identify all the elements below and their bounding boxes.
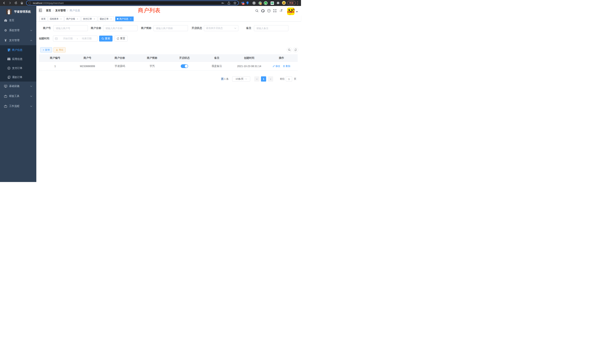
sidebar-item-infra[interactable]: 基础设施 xyxy=(0,81,36,91)
header-search-icon[interactable] xyxy=(255,9,259,13)
status-toggle[interactable] xyxy=(181,64,188,68)
url-bar[interactable]: i localhost:1024/pay/merchant xyxy=(26,0,239,5)
breadcrumb-separator: / xyxy=(53,9,54,12)
tag-home[interactable]: 首页 xyxy=(40,17,47,21)
breadcrumb-home[interactable]: 首页 xyxy=(46,9,51,12)
extension-proxy-icon[interactable]: 1 xyxy=(258,1,262,5)
dashboard-icon xyxy=(4,19,7,22)
app-logo[interactable]: 芋道管理系统 xyxy=(0,7,36,16)
password-key-icon[interactable] xyxy=(221,1,225,5)
tag-pay-order[interactable]: 支付订单× xyxy=(81,17,97,21)
sidebar-item-label: 支付订单 xyxy=(12,66,22,70)
grid-icon xyxy=(7,58,11,60)
extension-chat-icon[interactable] xyxy=(270,1,274,5)
yen-icon: ¥ xyxy=(4,39,7,42)
next-page-button[interactable]: › xyxy=(268,76,273,82)
col-header: 开启状态 xyxy=(168,54,201,62)
page-size-select[interactable]: 10条/页 xyxy=(232,76,250,82)
close-icon[interactable]: × xyxy=(76,18,79,20)
github-icon[interactable] xyxy=(261,9,265,13)
font-size-icon[interactable]: TT xyxy=(279,9,284,13)
sidebar-item-workflow[interactable]: 工作流程 xyxy=(0,101,36,111)
cell-status xyxy=(168,62,201,70)
breadcrumb-pay[interactable]: 支付管理 xyxy=(55,9,66,12)
refresh-icon xyxy=(117,37,119,40)
fullscreen-icon[interactable] xyxy=(273,9,277,13)
col-header: 创建时间 xyxy=(233,54,265,62)
reset-button[interactable]: 重置 xyxy=(115,36,128,42)
extension-raindrop-icon[interactable]: 10 xyxy=(241,1,245,5)
back-icon[interactable] xyxy=(2,1,6,5)
site-info-icon[interactable]: i xyxy=(28,2,31,4)
close-icon[interactable]: × xyxy=(110,18,112,20)
home-icon[interactable] xyxy=(20,1,24,5)
cell-create-time: 2021-10-23 08:31:14 xyxy=(233,62,265,70)
table-refresh-button[interactable] xyxy=(293,47,298,53)
status-select[interactable]: 请选择开启状态 xyxy=(204,25,238,31)
extension-pin-icon[interactable] xyxy=(246,1,249,5)
tag-user-group[interactable]: 用户分组× xyxy=(64,17,80,21)
extensions-puzzle-icon[interactable] xyxy=(276,1,280,5)
sidebar-item-label: 退款订单 xyxy=(12,76,22,79)
close-icon[interactable]: × xyxy=(129,18,132,20)
edit-link[interactable]: 修改 xyxy=(273,64,280,68)
extension-y-icon[interactable]: y xyxy=(264,1,268,5)
gear-icon: ⚙ xyxy=(4,29,7,32)
chevron-down-icon xyxy=(245,78,247,79)
help-icon[interactable]: ? xyxy=(267,9,271,13)
sidebar-item-dev-tools[interactable]: 研发工具 xyxy=(0,91,36,101)
table-header: 商户编号 商户号 商户全称 商户简称 开启状态 备注 创建时间 操作 xyxy=(39,54,298,62)
reload-icon[interactable] xyxy=(14,1,18,5)
shop-icon xyxy=(7,49,11,52)
share-icon[interactable] xyxy=(227,1,230,5)
merchant-no-input[interactable] xyxy=(53,25,88,31)
short-name-input[interactable] xyxy=(153,25,188,31)
sidebar-item-home[interactable]: 首页 xyxy=(0,15,36,25)
remark-input[interactable] xyxy=(254,25,288,31)
yen-circle-icon xyxy=(7,67,11,70)
add-button[interactable]: + 新增 xyxy=(40,47,52,53)
search-button[interactable]: 搜索 xyxy=(99,36,112,42)
close-icon[interactable]: × xyxy=(93,18,96,20)
briefcase-icon xyxy=(4,105,7,108)
table-search-toggle-button[interactable] xyxy=(287,47,292,53)
extension-badge: 1 xyxy=(260,3,261,5)
full-name-label: 商户全称 xyxy=(89,25,101,31)
user-avatar[interactable] xyxy=(287,8,294,15)
full-name-input[interactable] xyxy=(103,25,138,31)
goto-page-input[interactable] xyxy=(286,76,292,82)
date-start-placeholder[interactable]: 开始日期 xyxy=(59,37,76,40)
sidebar-item-pay-order[interactable]: 支付订单 xyxy=(0,64,36,73)
tag-process-form[interactable]: 流程表单× xyxy=(48,17,64,21)
tag-refund-order[interactable]: 退款订单× xyxy=(98,17,114,21)
export-button[interactable]: 导出 xyxy=(53,47,66,53)
browser-update-button[interactable]: 更新 xyxy=(287,1,296,5)
url-text[interactable]: localhost:1024/pay/merchant xyxy=(33,2,64,4)
prev-page-button[interactable]: ‹ xyxy=(254,76,259,82)
tag-merchant-info[interactable]: 商户信息× xyxy=(115,17,134,21)
date-end-placeholder[interactable]: 结束日期 xyxy=(78,37,96,40)
sidebar-collapse-icon[interactable] xyxy=(39,9,42,12)
page-number-button[interactable]: 1 xyxy=(261,76,266,82)
sidebar-item-app-info[interactable]: 应用信息 xyxy=(0,54,36,64)
documents-icon xyxy=(7,76,11,79)
merchant-no-label: 商户号 xyxy=(39,25,51,31)
col-header: 备注 xyxy=(201,54,233,62)
extension-command-icon[interactable]: ⌘ xyxy=(252,1,256,5)
app-title: 芋道管理系统 xyxy=(14,10,31,13)
sidebar-item-pay[interactable]: ¥ 支付管理 xyxy=(0,35,36,45)
sidebar-item-system[interactable]: ⚙ 系统管理 xyxy=(0,25,36,35)
profile-avatar-emoji[interactable] xyxy=(282,1,286,5)
sidebar-item-refund-order[interactable]: 退款订单 xyxy=(0,73,36,82)
sidebar-item-label: 系统管理 xyxy=(9,29,20,32)
goto-label: 前往 xyxy=(280,77,285,81)
close-icon[interactable]: × xyxy=(60,18,62,20)
browser-menu-icon[interactable] xyxy=(297,1,298,5)
delete-link[interactable]: 删除 xyxy=(283,64,290,68)
forward-icon[interactable] xyxy=(8,1,12,5)
bookmark-star-icon[interactable] xyxy=(233,1,236,5)
sidebar-item-merchant-info[interactable]: 商户信息 xyxy=(0,45,36,54)
avatar-dropdown-caret-icon[interactable] xyxy=(296,11,298,12)
tags-view-bar: 首页 流程表单× 用户分组× 支付订单× 退款订单× 商户信息× xyxy=(36,15,301,22)
create-time-range-picker[interactable]: 开始日期 - 结束日期 xyxy=(53,36,97,42)
